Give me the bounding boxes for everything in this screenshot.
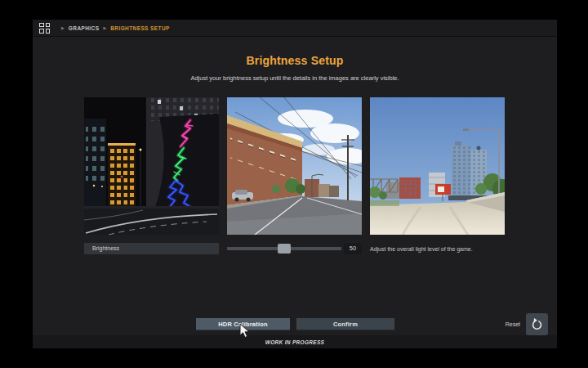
chevron-right-icon: ▶ — [103, 25, 106, 30]
footer-strip: WORK IN PROGRESS — [33, 335, 557, 348]
page-subtitle: Adjust your brightness setup until the d… — [33, 74, 557, 82]
preview-images-row — [84, 97, 505, 235]
reset-button[interactable] — [526, 313, 548, 335]
brightness-setting-row[interactable]: Brightness 50 Adjust the overall light l… — [84, 243, 505, 254]
breadcrumb: ▶ GRAPHICS ▶ BRIGHTNESS SETUP — [33, 20, 557, 37]
breadcrumb-brightness-setup: BRIGHTNESS SETUP — [110, 25, 170, 31]
brightness-setup-panel: ▶ GRAPHICS ▶ BRIGHTNESS SETUP Brightness… — [33, 20, 557, 348]
hdr-calibration-button[interactable]: HDR Calibration — [196, 318, 290, 330]
preview-daytime-street — [227, 97, 362, 235]
page-title: Brightness Setup — [33, 54, 557, 67]
menu-grid-icon[interactable] — [39, 23, 50, 34]
bright-highway-image — [370, 97, 505, 235]
chevron-right-icon: ▶ — [61, 25, 65, 30]
brightness-slider-handle[interactable] — [278, 244, 291, 254]
brightness-slider: 50 — [227, 243, 362, 254]
brightness-value: 50 — [344, 243, 362, 254]
preview-bright-highway — [370, 97, 505, 235]
confirm-button[interactable]: Confirm — [296, 318, 394, 330]
brightness-slider-track[interactable] — [227, 247, 341, 250]
work-in-progress-label: WORK IN PROGRESS — [265, 339, 324, 345]
brightness-description: Adjust the overall light level of the ga… — [370, 246, 505, 252]
screen: ▶ GRAPHICS ▶ BRIGHTNESS SETUP Brightness… — [0, 0, 588, 368]
reset-group: Reset — [506, 313, 548, 335]
reset-circular-arrow-icon — [530, 317, 544, 331]
breadcrumb-graphics[interactable]: GRAPHICS — [69, 25, 100, 31]
night-city-image — [84, 97, 219, 235]
brightness-label: Brightness — [84, 243, 219, 254]
preview-night-city — [84, 97, 219, 235]
daytime-street-image — [227, 97, 362, 235]
reset-label: Reset — [506, 321, 520, 327]
